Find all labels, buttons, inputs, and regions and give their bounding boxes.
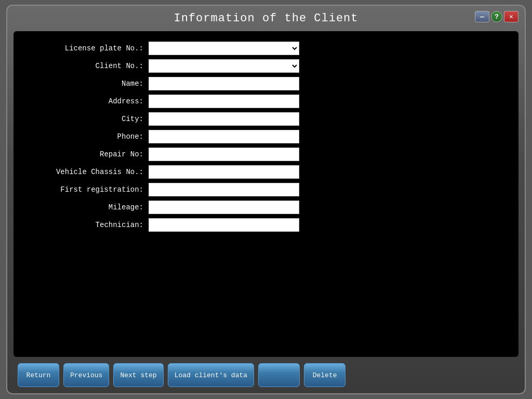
window-controls: — ? ✕ bbox=[475, 11, 518, 22]
delete-button[interactable]: Delete bbox=[304, 363, 345, 387]
previous-button[interactable]: Previous bbox=[63, 363, 109, 387]
first-registration-input[interactable] bbox=[149, 183, 299, 196]
label-city: City: bbox=[34, 115, 149, 123]
phone-input[interactable] bbox=[149, 130, 299, 143]
form-row-phone: Phone: bbox=[34, 130, 498, 143]
next-step-button[interactable]: Next step bbox=[113, 363, 163, 387]
form-row-first-registration: First registration: bbox=[34, 183, 498, 196]
load-client-button[interactable]: Load client's data bbox=[168, 363, 254, 387]
city-input[interactable] bbox=[149, 112, 299, 126]
bottom-toolbar: Return Previous Next step Load client's … bbox=[7, 357, 525, 393]
label-vehicle-chassis: Vehicle Chassis No.: bbox=[34, 168, 149, 176]
name-input[interactable] bbox=[149, 77, 299, 90]
form-row-license-plate: License plate No.: bbox=[34, 42, 498, 55]
form-row-city: City: bbox=[34, 112, 498, 126]
technician-input[interactable] bbox=[149, 218, 299, 232]
title-bar: Information of the Client — ? ✕ bbox=[7, 6, 525, 31]
address-input[interactable] bbox=[149, 95, 299, 108]
form-row-client-no: Client No.: bbox=[34, 59, 498, 73]
blank-button[interactable] bbox=[258, 363, 300, 387]
form-row-vehicle-chassis: Vehicle Chassis No.: bbox=[34, 165, 498, 179]
label-client-no: Client No.: bbox=[34, 62, 149, 70]
license-plate-select[interactable] bbox=[149, 42, 299, 55]
label-first-registration: First registration: bbox=[34, 185, 149, 194]
repair-no-input[interactable] bbox=[149, 148, 299, 161]
minimize-button[interactable]: — bbox=[475, 11, 489, 22]
label-technician: Technician: bbox=[34, 221, 149, 229]
form-row-mileage: Mileage: bbox=[34, 201, 498, 214]
form-row-address: Address: bbox=[34, 95, 498, 108]
vehicle-chassis-input[interactable] bbox=[149, 165, 299, 179]
form-row-name: Name: bbox=[34, 77, 498, 90]
mileage-input[interactable] bbox=[149, 201, 299, 214]
client-no-select[interactable] bbox=[149, 59, 299, 73]
label-repair-no: Repair No: bbox=[34, 150, 149, 158]
label-address: Address: bbox=[34, 97, 149, 105]
label-license-plate: License plate No.: bbox=[34, 44, 149, 52]
form-panel: License plate No.: Client No.: Name: Add… bbox=[14, 31, 518, 357]
close-button[interactable]: ✕ bbox=[504, 11, 518, 22]
main-window: Information of the Client — ? ✕ License … bbox=[6, 5, 526, 394]
window-title: Information of the Client bbox=[174, 12, 358, 25]
return-button[interactable]: Return bbox=[18, 363, 59, 387]
label-phone: Phone: bbox=[34, 132, 149, 141]
label-mileage: Mileage: bbox=[34, 203, 149, 211]
form-row-technician: Technician: bbox=[34, 218, 498, 232]
label-name: Name: bbox=[34, 79, 149, 88]
help-button[interactable]: ? bbox=[491, 11, 502, 22]
form-row-repair-no: Repair No: bbox=[34, 148, 498, 161]
